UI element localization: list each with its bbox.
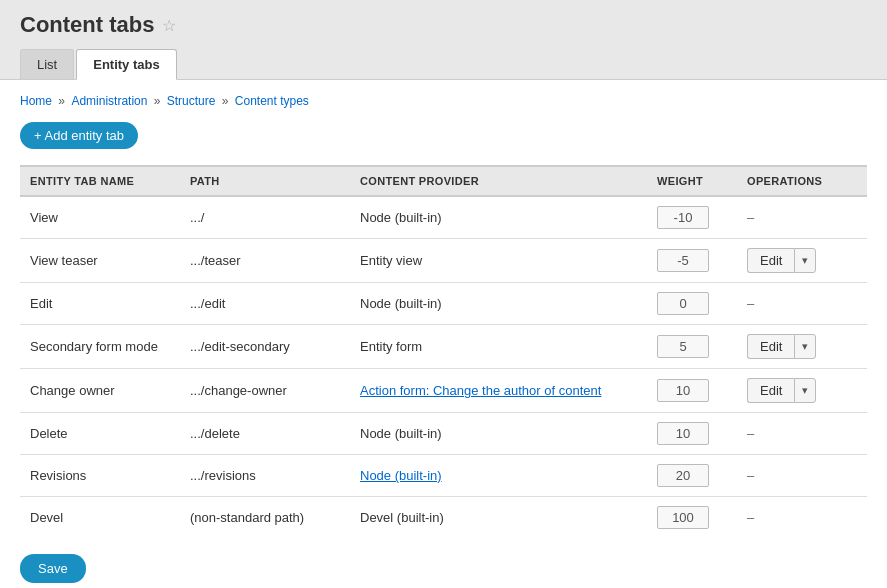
col-header-operations: OPERATIONS [737, 166, 867, 196]
cell-weight[interactable] [647, 196, 737, 239]
star-icon[interactable]: ☆ [162, 16, 176, 35]
cell-weight[interactable] [647, 369, 737, 413]
table-row: View teaser.../teaserEntity viewEdit▾ [20, 239, 867, 283]
operation-dash: – [747, 426, 754, 441]
breadcrumb-structure[interactable]: Structure [167, 94, 216, 108]
table-row: Edit.../editNode (built-in)– [20, 283, 867, 325]
cell-weight[interactable] [647, 497, 737, 539]
weight-input[interactable] [657, 422, 709, 445]
edit-button-group[interactable]: Edit▾ [747, 334, 857, 359]
cell-operations: – [737, 283, 867, 325]
cell-provider: Node (built-in) [350, 196, 647, 239]
cell-name: Edit [20, 283, 180, 325]
cell-provider: Node (built-in) [350, 283, 647, 325]
provider-link[interactable]: Action form: Change the author of conten… [360, 383, 601, 398]
cell-path: .../edit-secondary [180, 325, 350, 369]
col-header-path: PATH [180, 166, 350, 196]
breadcrumb-sep1: » [58, 94, 68, 108]
edit-dropdown-button[interactable]: ▾ [794, 334, 816, 359]
page-title: Content tabs [20, 12, 154, 38]
cell-provider: Node (built-in) [350, 455, 647, 497]
weight-input[interactable] [657, 379, 709, 402]
weight-input[interactable] [657, 506, 709, 529]
cell-weight[interactable] [647, 325, 737, 369]
cell-operations[interactable]: Edit▾ [737, 369, 867, 413]
cell-operations: – [737, 455, 867, 497]
cell-weight[interactable] [647, 283, 737, 325]
breadcrumb-home[interactable]: Home [20, 94, 52, 108]
cell-name: View [20, 196, 180, 239]
weight-input[interactable] [657, 292, 709, 315]
page-header: Content tabs ☆ List Entity tabs [0, 0, 887, 80]
tab-list[interactable]: List [20, 49, 74, 79]
entity-tabs-table: ENTITY TAB NAME PATH CONTENT PROVIDER WE… [20, 165, 867, 538]
cell-weight[interactable] [647, 239, 737, 283]
cell-operations: – [737, 196, 867, 239]
cell-provider: Action form: Change the author of conten… [350, 369, 647, 413]
cell-path: .../teaser [180, 239, 350, 283]
edit-button-group[interactable]: Edit▾ [747, 378, 857, 403]
save-button[interactable]: Save [20, 554, 86, 583]
operation-dash: – [747, 210, 754, 225]
breadcrumb-administration[interactable]: Administration [71, 94, 147, 108]
edit-dropdown-button[interactable]: ▾ [794, 378, 816, 403]
cell-name: Revisions [20, 455, 180, 497]
cell-path: (non-standard path) [180, 497, 350, 539]
cell-provider: Entity form [350, 325, 647, 369]
cell-provider: Node (built-in) [350, 413, 647, 455]
weight-input[interactable] [657, 335, 709, 358]
cell-path: .../ [180, 196, 350, 239]
cell-path: .../revisions [180, 455, 350, 497]
edit-button[interactable]: Edit [747, 334, 794, 359]
weight-input[interactable] [657, 464, 709, 487]
table-row: Revisions.../revisionsNode (built-in)– [20, 455, 867, 497]
add-entity-tab-button[interactable]: + Add entity tab [20, 122, 138, 149]
table-row: Devel(non-standard path)Devel (built-in)… [20, 497, 867, 539]
tab-entity-tabs[interactable]: Entity tabs [76, 49, 176, 80]
edit-button-group[interactable]: Edit▾ [747, 248, 857, 273]
col-header-weight: WEIGHT [647, 166, 737, 196]
content-area: Home » Administration » Structure » Cont… [0, 80, 887, 588]
cell-path: .../delete [180, 413, 350, 455]
table-row: Delete.../deleteNode (built-in)– [20, 413, 867, 455]
edit-button[interactable]: Edit [747, 378, 794, 403]
cell-name: Devel [20, 497, 180, 539]
table-header-row: ENTITY TAB NAME PATH CONTENT PROVIDER WE… [20, 166, 867, 196]
breadcrumb-sep2: » [154, 94, 164, 108]
edit-button[interactable]: Edit [747, 248, 794, 273]
cell-path: .../edit [180, 283, 350, 325]
cell-operations[interactable]: Edit▾ [737, 239, 867, 283]
cell-provider: Entity view [350, 239, 647, 283]
table-row: View.../Node (built-in)– [20, 196, 867, 239]
cell-name: Change owner [20, 369, 180, 413]
table-row: Change owner.../change-ownerAction form:… [20, 369, 867, 413]
cell-operations[interactable]: Edit▾ [737, 325, 867, 369]
table-row: Secondary form mode.../edit-secondaryEnt… [20, 325, 867, 369]
cell-operations: – [737, 497, 867, 539]
cell-name: Secondary form mode [20, 325, 180, 369]
col-header-name: ENTITY TAB NAME [20, 166, 180, 196]
breadcrumb-sep3: » [222, 94, 232, 108]
provider-link[interactable]: Node (built-in) [360, 468, 442, 483]
edit-dropdown-button[interactable]: ▾ [794, 248, 816, 273]
title-row: Content tabs ☆ [20, 12, 867, 48]
weight-input[interactable] [657, 206, 709, 229]
breadcrumb-content-types[interactable]: Content types [235, 94, 309, 108]
operation-dash: – [747, 510, 754, 525]
cell-weight[interactable] [647, 455, 737, 497]
cell-provider: Devel (built-in) [350, 497, 647, 539]
weight-input[interactable] [657, 249, 709, 272]
cell-operations: – [737, 413, 867, 455]
cell-weight[interactable] [647, 413, 737, 455]
cell-path: .../change-owner [180, 369, 350, 413]
operation-dash: – [747, 296, 754, 311]
col-header-provider: CONTENT PROVIDER [350, 166, 647, 196]
cell-name: Delete [20, 413, 180, 455]
operation-dash: – [747, 468, 754, 483]
cell-name: View teaser [20, 239, 180, 283]
tabs-row: List Entity tabs [20, 48, 867, 79]
breadcrumb: Home » Administration » Structure » Cont… [20, 94, 867, 108]
